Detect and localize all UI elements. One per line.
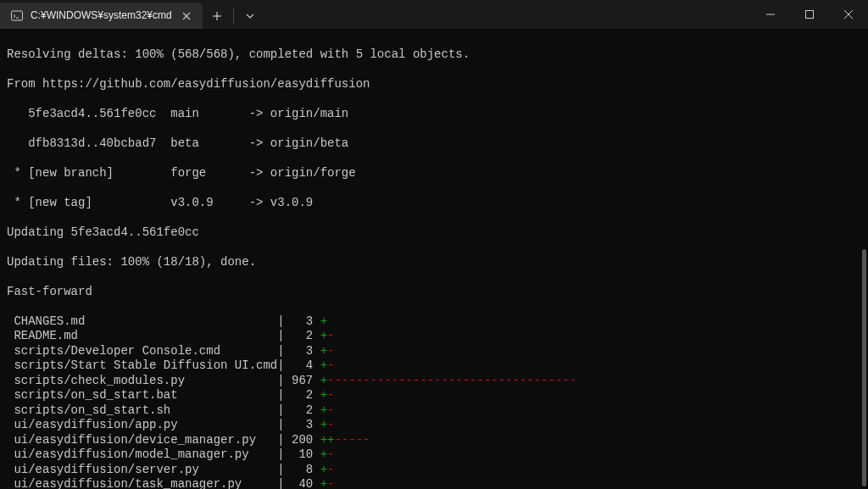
output-line: dfb8313d..40bcbad7 beta -> origin/beta [7, 136, 861, 152]
cmd-icon [10, 9, 24, 23]
output-line: Fast-forward [7, 285, 861, 300]
tab-title: C:¥WINDOWS¥system32¥cmd [31, 8, 172, 24]
title-bar: C:¥WINDOWS¥system32¥cmd [0, 0, 868, 29]
chevron-down-icon [246, 12, 254, 20]
diffstat-row: ui/easydiffusion/model_manager.py | 10 +… [7, 447, 861, 463]
output-line: Updating 5fe3acd4..561fe0cc [7, 225, 861, 241]
close-icon [182, 12, 191, 20]
diffstat-row: ui/easydiffusion/server.py | 8 +- [7, 463, 861, 478]
minimize-button[interactable] [751, 0, 790, 29]
maximize-button[interactable] [790, 0, 829, 29]
minimize-icon [766, 10, 775, 19]
svg-rect-0 [12, 11, 23, 20]
diffstat-row: scripts/Developer Console.cmd | 3 +- [7, 344, 861, 359]
plus-icon [212, 11, 222, 21]
diffstat-row: ui/easydiffusion/device_manager.py | 200… [7, 433, 861, 448]
diffstat-row: scripts/on_sd_start.bat | 2 +- [7, 388, 861, 403]
terminal-output[interactable]: Resolving deltas: 100% (568/568), comple… [0, 29, 868, 489]
diffstat-row: README.md | 2 +- [7, 329, 861, 344]
titlebar-drag-region[interactable] [264, 0, 751, 29]
tab-close-button[interactable] [179, 8, 194, 24]
output-line: * [new branch] forge -> origin/forge [7, 166, 861, 181]
divider [233, 8, 234, 24]
window-close-button[interactable] [829, 0, 868, 29]
diffstat-row: CHANGES.md | 3 + [7, 314, 861, 330]
output-line: Updating files: 100% (18/18), done. [7, 255, 861, 270]
diffstat-row: scripts/Start Stable Diffusion UI.cmd| 4… [7, 358, 861, 374]
terminal-tab[interactable]: C:¥WINDOWS¥system32¥cmd [0, 3, 203, 29]
output-line: * [new tag] v3.0.9 -> v3.0.9 [7, 196, 861, 211]
diffstat-row: ui/easydiffusion/app.py | 3 +- [7, 418, 861, 433]
output-line: Resolving deltas: 100% (568/568), comple… [7, 47, 861, 63]
maximize-icon [805, 10, 814, 19]
output-line: 5fe3acd4..561fe0cc main -> origin/main [7, 107, 861, 122]
diffstat-row: scripts/on_sd_start.sh | 2 +- [7, 403, 861, 419]
diffstat-row: scripts/check_modules.py | 967 +--------… [7, 374, 861, 389]
diffstat-row: ui/easydiffusion/task_manager.py | 40 +- [7, 477, 861, 489]
diffstat-block: CHANGES.md | 3 + README.md | 2 +- script… [7, 314, 861, 490]
output-line: From https://github.com/easydiffusion/ea… [7, 77, 861, 92]
scrollbar-thumb[interactable] [862, 249, 866, 486]
tab-dropdown-button[interactable] [236, 3, 264, 29]
svg-rect-7 [806, 11, 814, 19]
new-tab-button[interactable] [203, 3, 231, 29]
close-icon [844, 10, 853, 19]
